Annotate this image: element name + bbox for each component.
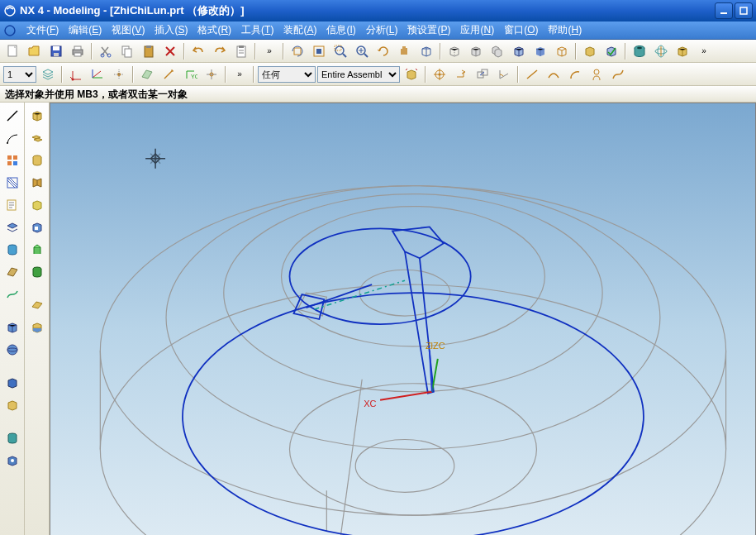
gold-box-button[interactable] <box>580 41 600 61</box>
paste-button[interactable] <box>139 41 159 61</box>
angle-button[interactable] <box>494 64 514 84</box>
zoom-in-button[interactable] <box>352 41 372 61</box>
note-tool-button[interactable] <box>2 195 22 215</box>
zoom-window-button[interactable] <box>330 41 350 61</box>
green-cyl-button[interactable] <box>27 262 47 282</box>
menu-preferences[interactable]: 预设置(P) <box>402 21 455 39</box>
spline-button[interactable] <box>608 64 628 84</box>
datum-origin-button[interactable] <box>202 64 221 84</box>
menu-view[interactable]: 视图(V) <box>107 21 150 39</box>
csys-button[interactable] <box>66 64 86 84</box>
menu-window[interactable]: 窗口(O) <box>499 21 543 39</box>
axis-x-button[interactable] <box>88 64 107 84</box>
menu-analysis[interactable]: 分析(L) <box>361 21 403 39</box>
datum-plane-button[interactable] <box>137 64 157 84</box>
extrude-green-button[interactable] <box>27 240 47 260</box>
half-box-button[interactable] <box>27 318 47 337</box>
menu-tools[interactable]: 工具(T) <box>236 21 278 39</box>
section-tool-button[interactable] <box>2 173 22 193</box>
block-yellow-button[interactable] <box>27 195 47 215</box>
shaded-edges-button[interactable] <box>509 41 529 61</box>
print-button[interactable] <box>68 41 88 61</box>
cyl-hole-button[interactable] <box>630 41 649 61</box>
layers-tool-button[interactable] <box>2 217 22 237</box>
redo-button[interactable] <box>210 41 230 61</box>
person-button[interactable] <box>587 64 606 84</box>
cyl-gold-button[interactable] <box>27 150 47 170</box>
target-button[interactable] <box>430 64 449 84</box>
menu-file[interactable]: 文件(F) <box>21 21 64 39</box>
layer-mgr-button[interactable] <box>38 64 58 84</box>
box-blue-button[interactable] <box>27 217 47 237</box>
sel-cube-button[interactable] <box>402 64 421 84</box>
svg-rect-37 <box>7 155 12 160</box>
stack-gold-button[interactable] <box>27 128 47 148</box>
sheet-tool-button[interactable] <box>2 262 22 282</box>
svg-rect-12 <box>125 49 131 57</box>
menu-application[interactable]: 应用(N) <box>455 21 499 39</box>
link-plane-button[interactable] <box>473 64 492 84</box>
point-button[interactable] <box>109 64 129 84</box>
line-curve-button[interactable] <box>522 64 542 84</box>
wire-color-button[interactable] <box>552 41 572 61</box>
layer-select[interactable]: 1 <box>3 66 36 83</box>
svg-rect-1 <box>740 7 747 14</box>
shaded-button[interactable] <box>530 41 550 61</box>
cut-button[interactable] <box>96 41 116 61</box>
menu-edit[interactable]: 编辑(E) <box>64 21 107 39</box>
open-curve-button[interactable] <box>544 64 563 84</box>
open-file-button[interactable] <box>25 41 45 61</box>
app-menu-icon[interactable] <box>3 24 17 37</box>
more-right-button[interactable]: » <box>694 41 714 61</box>
arc-button[interactable] <box>565 64 585 84</box>
undo-button[interactable] <box>188 41 208 61</box>
new-file-button[interactable] <box>3 41 23 61</box>
filter-select[interactable]: 任何 <box>258 66 316 83</box>
sphere-button[interactable] <box>2 340 22 360</box>
blue-cube-button[interactable] <box>2 373 22 393</box>
copy-face-button[interactable] <box>487 41 507 61</box>
copy-button[interactable] <box>117 41 137 61</box>
datum-csys-button[interactable]: YC <box>180 64 200 84</box>
line-tool-button[interactable] <box>2 106 22 126</box>
menu-assembly[interactable]: 装配(A) <box>278 21 321 39</box>
cyl-tool-button[interactable] <box>2 240 22 260</box>
more-sel-button[interactable]: » <box>230 64 250 84</box>
menu-format[interactable]: 格式(R) <box>193 21 236 39</box>
book-button[interactable] <box>27 173 47 193</box>
minimize-button[interactable] <box>715 2 733 19</box>
wireframe-view-button[interactable] <box>416 41 436 61</box>
gold-cube2-button[interactable] <box>2 395 22 415</box>
curve-tool-button[interactable] <box>2 284 22 304</box>
refresh-view-button[interactable] <box>373 41 393 61</box>
viewport-3d[interactable]: XC ZlZC <box>50 103 756 535</box>
revolve-button[interactable] <box>651 41 671 61</box>
cube-check-button[interactable] <box>601 41 621 61</box>
view-rotate-button[interactable] <box>288 41 307 61</box>
more-button[interactable]: » <box>259 41 279 61</box>
arc-tool-button[interactable] <box>2 128 22 148</box>
datum-axis-button[interactable] <box>159 64 178 84</box>
gold-solid-button[interactable] <box>673 41 692 61</box>
block-gold-button[interactable] <box>27 106 47 126</box>
maximize-button[interactable] <box>735 2 753 19</box>
view-fit-button[interactable] <box>309 41 329 61</box>
hidden-face-button[interactable] <box>466 41 486 61</box>
menu-help[interactable]: 帮助(H) <box>543 21 587 39</box>
delete-button[interactable] <box>160 41 180 61</box>
box3d-button[interactable] <box>2 318 22 337</box>
blue-shape2-button[interactable] <box>2 451 22 471</box>
clipboard-button[interactable] <box>231 41 251 61</box>
grid-tool-button[interactable] <box>2 150 22 170</box>
teal-cyl-button[interactable] <box>2 428 22 448</box>
svg-rect-8 <box>74 53 81 56</box>
left-toolbar-sketch <box>0 103 25 535</box>
save-button[interactable] <box>46 41 66 61</box>
menu-insert[interactable]: 插入(S) <box>150 21 193 39</box>
offset-button[interactable] <box>451 64 471 84</box>
hidden-dashed-button[interactable] <box>445 41 464 61</box>
assembly-select[interactable]: Entire Assembl <box>317 66 400 83</box>
menu-info[interactable]: 信息(I) <box>321 21 360 39</box>
pan-button[interactable] <box>395 41 415 61</box>
sheet-gold-button[interactable] <box>27 295 47 315</box>
